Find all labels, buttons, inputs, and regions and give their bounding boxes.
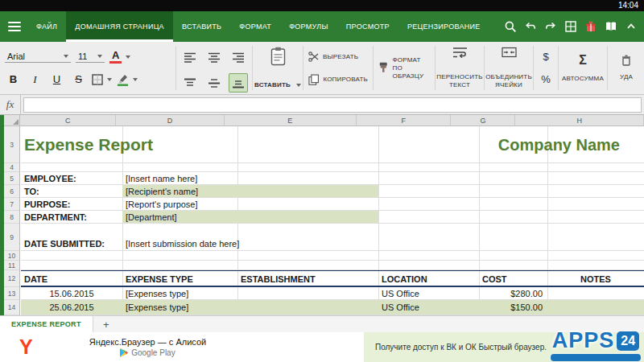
percent-button[interactable]: % [541,69,551,89]
column-header-c[interactable]: C [20,115,116,125]
cell-expense-type[interactable]: [Expenses type] [122,300,237,315]
row-header[interactable]: 13 [4,287,19,300]
cut-button[interactable]: ВЫРЕЗАТЬ [308,47,368,67]
align-center-button[interactable] [204,47,224,67]
strikethrough-button[interactable]: S [70,71,87,88]
column-header-g[interactable]: G [451,115,515,125]
tab-file[interactable]: ФАЙЛ [27,11,66,42]
row-header[interactable]: 12 [4,270,19,287]
cell-establishment[interactable] [237,287,378,299]
tab-formulas[interactable]: ФОРМУЛЫ [280,11,337,42]
tab-review[interactable]: РЕЦЕНЗИРОВАНИЕ [398,11,489,42]
row-header[interactable]: 3 [4,126,19,163]
field-label[interactable]: DATE SUBMITTED: [21,239,122,250]
autosum-button[interactable]: Σ АВТОСУММА [559,42,607,94]
gift-icon[interactable] [584,20,597,34]
currency-button[interactable]: $ [543,47,548,67]
field-row-date-submitted: DATE SUBMITTED: [Insert submission date … [21,224,644,251]
clock: 14:04 [618,1,638,10]
row-header[interactable]: 7 [4,198,19,211]
italic-button[interactable]: I [27,71,43,88]
tab-insert[interactable]: ВСТАВИТЬ [173,11,230,42]
table-header-establishment[interactable]: ESTABLISHMENT [237,274,378,286]
underline-button[interactable]: U [48,71,65,88]
table-header-date[interactable]: DATE [21,274,122,286]
chevron-down-icon [133,78,138,81]
highlight-button[interactable] [117,73,138,86]
row-header[interactable]: 4 [4,163,19,172]
empty-row[interactable] [21,251,644,261]
redo-icon[interactable] [543,20,557,34]
field-value[interactable]: [Insert submission date here] [122,239,378,250]
row-header[interactable]: 11 [4,261,19,270]
cell-date[interactable]: 25.06.2015 [21,300,122,315]
tab-format[interactable]: ФОРМАТ [230,11,280,42]
align-top-button[interactable] [180,73,200,93]
field-value[interactable]: [Insert name here] [122,172,378,184]
row-header[interactable]: 10 [4,251,19,261]
cell-notes[interactable] [547,287,644,299]
field-label[interactable]: PURPOSE: [21,198,122,210]
collapse-ribbon-icon[interactable] [624,20,638,34]
cell-notes[interactable] [547,300,644,315]
undo-icon[interactable] [523,20,537,34]
font-color-button[interactable]: A [109,50,130,64]
ad-text-block[interactable]: Яндекс.Браузер — с Алисой Google Play [89,337,207,357]
field-value[interactable]: [Department] [122,211,378,223]
cell-location[interactable]: US Office [378,287,479,299]
row-header[interactable]: 8 [4,211,19,224]
cell-establishment[interactable] [237,300,378,315]
table-header-notes[interactable]: NOTES [547,274,644,286]
column-header-e[interactable]: E [225,115,357,125]
reader-icon[interactable] [604,20,617,34]
grid-view-icon[interactable] [564,20,577,34]
align-middle-button[interactable] [204,73,224,93]
row-header[interactable]: 6 [4,185,19,198]
add-sheet-button[interactable]: + [93,316,119,332]
align-left-button[interactable] [180,47,200,67]
select-all-corner[interactable] [4,115,20,126]
field-value[interactable]: [Recipient's name] [122,185,378,197]
font-size-select[interactable]: 11 [76,51,105,63]
sheet-tab-expense-report[interactable]: EXPENSE REPORT [0,316,93,332]
field-label[interactable]: DEPARTMENT: [21,211,122,223]
format-painter-button[interactable]: ФОРМАТ ПО ОБРАЗЦУ [374,42,435,94]
paste-button[interactable]: ВСТАВИТЬ [253,42,303,94]
column-header-h[interactable]: H [515,115,644,125]
tab-view[interactable]: ПРОСМОТР [337,11,398,42]
field-label[interactable]: EMPLOYEE: [21,172,122,184]
column-header-d[interactable]: D [116,115,224,125]
row-header[interactable]: 9 [4,224,19,251]
table-header-expense-type[interactable]: EXPENSE TYPE [122,274,237,286]
bold-button[interactable]: B [5,71,22,88]
row-header[interactable]: 14 [4,300,19,315]
copy-button[interactable]: КОПИРОВАТЬ [308,69,368,89]
align-bottom-button[interactable] [229,73,248,93]
column-header-f[interactable]: F [357,115,451,125]
table-header-location[interactable]: LOCATION [378,274,479,286]
table-header-cost[interactable]: COST [479,274,547,286]
cell-date[interactable]: 15.06.2015 [21,287,122,299]
field-value[interactable]: [Report's purpose] [122,198,378,210]
title-row[interactable]: Expense Report Company Name [21,126,644,163]
yandex-browser-icon[interactable]: Y [19,337,33,357]
merge-cells-button[interactable]: ОБЪЕДИНИТЬ ЯЧЕЙКИ [485,42,533,94]
wrap-text-button[interactable]: ПЕРЕНОСИТЬ ТЕКСТ [436,42,484,94]
formula-input[interactable] [23,97,642,113]
menu-icon[interactable] [0,11,27,42]
align-right-button[interactable] [229,47,248,67]
delete-button[interactable]: УДА [608,42,644,94]
cell-cost[interactable]: $280.00 [479,287,547,299]
tab-home[interactable]: ДОМАШНЯЯ СТРАНИЦА [66,11,173,42]
row-header[interactable]: 5 [4,172,19,185]
field-label[interactable]: TO: [21,185,122,197]
cell-expense-type[interactable]: [Expenses type] [122,287,237,299]
search-icon[interactable] [503,20,517,34]
borders-button[interactable] [92,74,112,85]
empty-row[interactable] [21,163,644,172]
ad-banner[interactable]: Y Яндекс.Браузер — с Алисой Google Play … [0,332,644,362]
cell-location[interactable]: US Office [378,300,479,315]
cell-cost[interactable]: $150.00 [479,300,547,315]
empty-row[interactable] [21,261,644,270]
font-name-select[interactable]: Arial [5,51,71,63]
